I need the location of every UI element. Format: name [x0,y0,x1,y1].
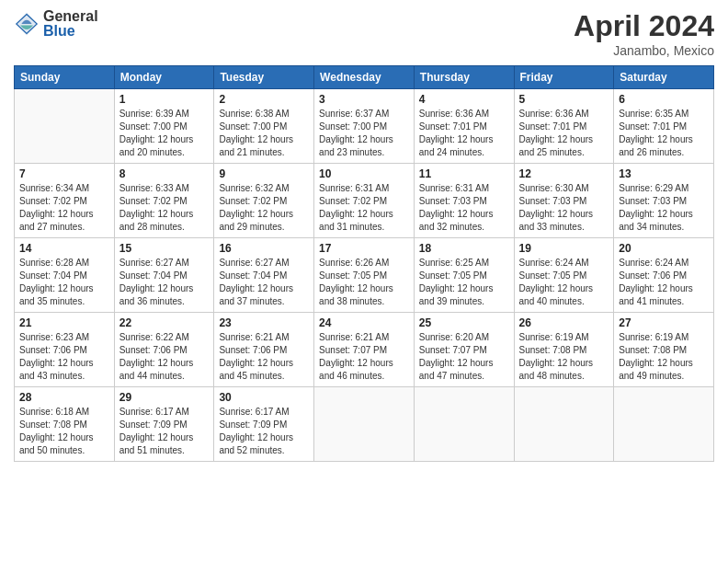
day-info: Sunrise: 6:27 AM Sunset: 7:04 PM Dayligh… [219,257,309,308]
calendar-body: 1Sunrise: 6:39 AM Sunset: 7:00 PM Daylig… [15,89,714,462]
calendar-cell: 13Sunrise: 6:29 AM Sunset: 7:03 PM Dayli… [614,164,714,238]
day-number: 7 [19,167,109,180]
day-info: Sunrise: 6:19 AM Sunset: 7:08 PM Dayligh… [619,331,709,383]
calendar-cell: 21Sunrise: 6:23 AM Sunset: 7:06 PM Dayli… [15,313,115,387]
day-info: Sunrise: 6:29 AM Sunset: 7:03 PM Dayligh… [619,182,709,234]
day-info: Sunrise: 6:35 AM Sunset: 7:01 PM Dayligh… [619,108,709,159]
day-info: Sunrise: 6:37 AM Sunset: 7:00 PM Dayligh… [319,108,409,159]
calendar-week-4: 21Sunrise: 6:23 AM Sunset: 7:06 PM Dayli… [15,313,714,387]
day-info: Sunrise: 6:38 AM Sunset: 7:00 PM Dayligh… [219,108,309,159]
day-info: Sunrise: 6:39 AM Sunset: 7:00 PM Dayligh… [119,108,210,159]
day-number: 12 [519,167,609,180]
day-number: 19 [519,242,609,255]
calendar-cell [414,387,514,462]
day-info: Sunrise: 6:36 AM Sunset: 7:01 PM Dayligh… [419,108,509,159]
logo-general-text: General [43,9,98,24]
calendar-header: Sunday Monday Tuesday Wednesday Thursday… [15,66,714,89]
calendar-cell: 11Sunrise: 6:31 AM Sunset: 7:03 PM Dayli… [414,164,514,238]
calendar-cell: 10Sunrise: 6:31 AM Sunset: 7:02 PM Dayli… [314,164,415,238]
header-row: Sunday Monday Tuesday Wednesday Thursday… [15,66,714,89]
day-info: Sunrise: 6:31 AM Sunset: 7:02 PM Dayligh… [319,182,409,234]
day-info: Sunrise: 6:20 AM Sunset: 7:07 PM Dayligh… [419,331,509,383]
logo-blue-text: Blue [43,24,98,39]
calendar-week-2: 7Sunrise: 6:34 AM Sunset: 7:02 PM Daylig… [15,164,714,238]
calendar-cell: 14Sunrise: 6:28 AM Sunset: 7:04 PM Dayli… [15,238,115,313]
day-info: Sunrise: 6:22 AM Sunset: 7:06 PM Dayligh… [119,331,210,383]
day-number: 29 [119,391,210,404]
col-monday: Monday [114,66,214,89]
day-number: 5 [519,93,609,106]
day-info: Sunrise: 6:17 AM Sunset: 7:09 PM Dayligh… [219,406,309,457]
col-tuesday: Tuesday [214,66,314,89]
day-number: 27 [619,316,709,329]
day-number: 20 [619,242,709,255]
day-info: Sunrise: 6:17 AM Sunset: 7:09 PM Dayligh… [119,406,210,457]
calendar-cell: 19Sunrise: 6:24 AM Sunset: 7:05 PM Dayli… [514,238,614,313]
calendar-cell: 3Sunrise: 6:37 AM Sunset: 7:00 PM Daylig… [314,89,415,164]
calendar-cell: 26Sunrise: 6:19 AM Sunset: 7:08 PM Dayli… [514,313,614,387]
day-info: Sunrise: 6:21 AM Sunset: 7:07 PM Dayligh… [319,331,409,383]
col-thursday: Thursday [414,66,514,89]
calendar-cell: 25Sunrise: 6:20 AM Sunset: 7:07 PM Dayli… [414,313,514,387]
calendar-cell: 22Sunrise: 6:22 AM Sunset: 7:06 PM Dayli… [114,313,214,387]
logo-icon [14,11,40,37]
col-sunday: Sunday [15,66,115,89]
day-number: 22 [119,316,210,329]
day-info: Sunrise: 6:26 AM Sunset: 7:05 PM Dayligh… [319,257,409,308]
day-number: 18 [419,242,509,255]
page: General Blue April 2024 Janambo, Mexico … [0,0,728,563]
day-info: Sunrise: 6:25 AM Sunset: 7:05 PM Dayligh… [419,257,509,308]
day-info: Sunrise: 6:18 AM Sunset: 7:08 PM Dayligh… [19,406,109,457]
day-number: 24 [319,316,409,329]
day-number: 28 [19,391,109,404]
day-number: 17 [319,242,409,255]
calendar-cell: 1Sunrise: 6:39 AM Sunset: 7:00 PM Daylig… [114,89,214,164]
day-number: 11 [419,167,509,180]
col-friday: Friday [514,66,614,89]
day-number: 9 [219,167,309,180]
day-number: 25 [419,316,509,329]
calendar-cell [514,387,614,462]
day-info: Sunrise: 6:32 AM Sunset: 7:02 PM Dayligh… [219,182,309,234]
day-number: 10 [319,167,409,180]
calendar-cell: 28Sunrise: 6:18 AM Sunset: 7:08 PM Dayli… [15,387,115,462]
month-title: April 2024 [574,9,714,43]
calendar-cell: 5Sunrise: 6:36 AM Sunset: 7:01 PM Daylig… [514,89,614,164]
header: General Blue April 2024 Janambo, Mexico [14,9,714,58]
day-info: Sunrise: 6:19 AM Sunset: 7:08 PM Dayligh… [519,331,609,383]
day-info: Sunrise: 6:24 AM Sunset: 7:06 PM Dayligh… [619,257,709,308]
calendar-week-3: 14Sunrise: 6:28 AM Sunset: 7:04 PM Dayli… [15,238,714,313]
day-info: Sunrise: 6:33 AM Sunset: 7:02 PM Dayligh… [119,182,210,234]
day-number: 15 [119,242,210,255]
calendar-cell: 23Sunrise: 6:21 AM Sunset: 7:06 PM Dayli… [214,313,314,387]
day-info: Sunrise: 6:31 AM Sunset: 7:03 PM Dayligh… [419,182,509,234]
calendar-cell [614,387,714,462]
calendar-cell: 20Sunrise: 6:24 AM Sunset: 7:06 PM Dayli… [614,238,714,313]
calendar-cell: 18Sunrise: 6:25 AM Sunset: 7:05 PM Dayli… [414,238,514,313]
day-number: 30 [219,391,309,404]
day-info: Sunrise: 6:34 AM Sunset: 7:02 PM Dayligh… [19,182,109,234]
logo: General Blue [14,9,98,39]
day-number: 4 [419,93,509,106]
title-section: April 2024 Janambo, Mexico [574,9,714,58]
calendar-cell [314,387,415,462]
calendar-cell: 8Sunrise: 6:33 AM Sunset: 7:02 PM Daylig… [114,164,214,238]
calendar: Sunday Monday Tuesday Wednesday Thursday… [14,65,714,462]
col-saturday: Saturday [614,66,714,89]
calendar-cell [15,89,115,164]
day-info: Sunrise: 6:23 AM Sunset: 7:06 PM Dayligh… [19,331,109,383]
calendar-cell: 6Sunrise: 6:35 AM Sunset: 7:01 PM Daylig… [614,89,714,164]
calendar-cell: 7Sunrise: 6:34 AM Sunset: 7:02 PM Daylig… [15,164,115,238]
calendar-cell: 27Sunrise: 6:19 AM Sunset: 7:08 PM Dayli… [614,313,714,387]
day-number: 3 [319,93,409,106]
day-info: Sunrise: 6:36 AM Sunset: 7:01 PM Dayligh… [519,108,609,159]
day-info: Sunrise: 6:27 AM Sunset: 7:04 PM Dayligh… [119,257,210,308]
calendar-cell: 16Sunrise: 6:27 AM Sunset: 7:04 PM Dayli… [214,238,314,313]
day-number: 6 [619,93,709,106]
day-number: 14 [19,242,109,255]
calendar-cell: 2Sunrise: 6:38 AM Sunset: 7:00 PM Daylig… [214,89,314,164]
calendar-cell: 24Sunrise: 6:21 AM Sunset: 7:07 PM Dayli… [314,313,415,387]
col-wednesday: Wednesday [314,66,415,89]
day-number: 2 [219,93,309,106]
calendar-cell: 4Sunrise: 6:36 AM Sunset: 7:01 PM Daylig… [414,89,514,164]
